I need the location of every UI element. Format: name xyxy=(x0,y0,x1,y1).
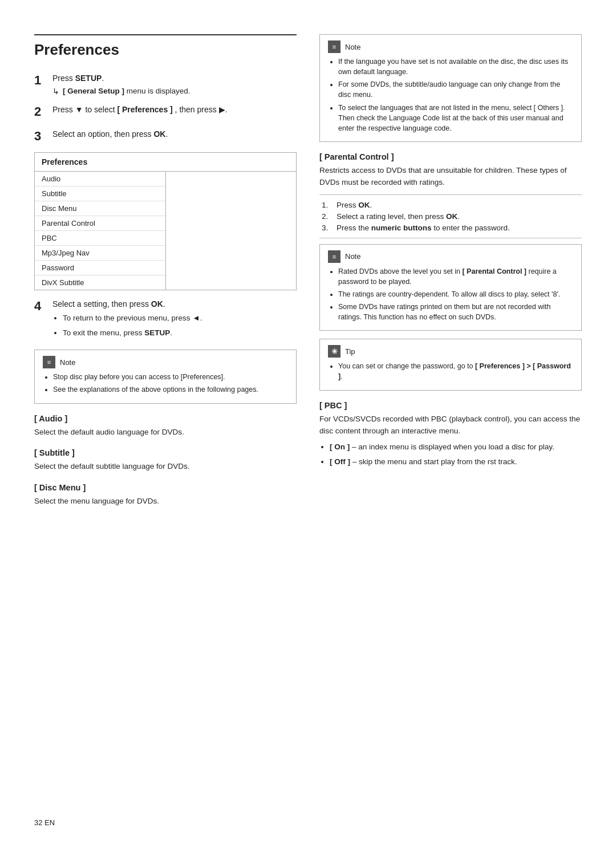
right-note-item-1-2: For some DVDs, the subtitle/audio langua… xyxy=(338,79,573,100)
note-item-1-2: See the explanations of the above option… xyxy=(53,384,288,395)
right-note-list-2: Rated DVDs above the level you set in [ … xyxy=(328,266,573,323)
subtitle-heading: [ Subtitle ] xyxy=(34,448,297,457)
pbc-bullets: [ On ] – an index menu is displayed when… xyxy=(319,441,582,467)
table-body: Audio Subtitle Disc Menu Parental Contro… xyxy=(35,172,296,290)
table-header: Preferences xyxy=(35,153,296,172)
right-note-item-2-1: Rated DVDs above the level you set in [ … xyxy=(338,266,573,287)
pbc-heading: [ PBC ] xyxy=(319,401,582,410)
parental-steps: 1. Press OK. 2. Select a rating level, t… xyxy=(319,201,582,232)
right-note-box-1: ≡ Note If the language you have set is n… xyxy=(319,34,582,142)
step-4: 4 Select a setting, then press OK. To re… xyxy=(34,298,297,342)
step-4-bullet-1: To return to the previous menu, press ◄. xyxy=(63,313,297,324)
right-note-label-1: Note xyxy=(345,43,360,51)
step-2: 2 Press ▼ to select [ Preferences ] , th… xyxy=(34,104,297,120)
audio-text: Select the default audio language for DV… xyxy=(34,427,297,439)
right-note-item-1-3: To select the languages that are not lis… xyxy=(338,103,573,133)
step-4-bullet-2: To exit the menu, press SETUP. xyxy=(63,327,297,339)
parental-divider-2 xyxy=(319,238,582,238)
step-1-content: Press SETUP. ↳ [ General Setup ] menu is… xyxy=(52,72,297,96)
parental-divider xyxy=(319,194,582,195)
parental-step-1-text: Press OK. xyxy=(337,201,372,209)
table-row-subtitle: Subtitle xyxy=(35,186,165,201)
disc-menu-heading: [ Disc Menu ] xyxy=(34,483,297,492)
pbc-text: For VCDs/SVCDs recorded with PBC (playba… xyxy=(319,413,582,437)
subtitle-text: Select the default subtitle language for… xyxy=(34,461,297,473)
step-1: 1 Press SETUP. ↳ [ General Setup ] menu … xyxy=(34,72,297,96)
note-list-1: Stop disc play before you can access to … xyxy=(43,372,288,395)
parental-step-1-num: 1. xyxy=(322,201,332,209)
step-3-content: Select an option, then press OK. xyxy=(52,128,297,143)
parental-step-3: 3. Press the numeric buttons to enter th… xyxy=(319,224,582,232)
left-column: Preferences 1 Press SETUP. ↳ [ General S… xyxy=(34,34,297,512)
step-3: 3 Select an option, then press OK. xyxy=(34,128,297,145)
audio-heading: [ Audio ] xyxy=(34,414,297,423)
table-row-password: Password xyxy=(35,261,165,275)
step-4-bullets: To return to the previous menu, press ◄.… xyxy=(52,313,297,338)
note-label-1: Note xyxy=(60,358,75,367)
pbc-bullet-2: [ Off ] – skip the menu and start play f… xyxy=(330,456,582,468)
page-title: Preferences xyxy=(34,34,297,59)
table-row-disc-menu: Disc Menu xyxy=(35,201,165,216)
right-note-box-2: ≡ Note Rated DVDs above the level you se… xyxy=(319,244,582,331)
right-note-list-1: If the language you have set is not avai… xyxy=(328,56,573,133)
step-4-number: 4 xyxy=(34,298,47,315)
parental-step-1: 1. Press OK. xyxy=(319,201,582,209)
step-3-number: 3 xyxy=(34,128,47,145)
parental-text: Restricts access to DVDs that are unsuit… xyxy=(319,165,582,189)
step-1-arrow: ↳ xyxy=(52,87,59,96)
parental-step-2: 2. Select a rating level, then press OK. xyxy=(319,212,582,221)
parental-step-2-text: Select a rating level, then press OK. xyxy=(337,212,460,221)
right-note-label-2: Note xyxy=(345,252,360,261)
table-row-parental: Parental Control xyxy=(35,216,165,231)
table-row-divx: DivX Subtitle xyxy=(35,275,165,290)
preferences-table: Preferences Audio Subtitle Disc Menu Par… xyxy=(34,152,297,290)
right-note-item-2-3: Some DVDs have ratings printed on them b… xyxy=(338,302,573,322)
note-title-1: ≡ Note xyxy=(43,356,288,368)
note-icon-1: ≡ xyxy=(43,356,55,368)
step-2-number: 2 xyxy=(34,104,47,120)
right-column: ≡ Note If the language you have set is n… xyxy=(319,34,582,512)
right-note-item-1-1: If the language you have set is not avai… xyxy=(338,56,573,77)
right-note-title-2: ≡ Note xyxy=(328,250,573,263)
disc-menu-text: Select the menu language for DVDs. xyxy=(34,496,297,508)
tip-list: You can set or change the password, go t… xyxy=(328,361,573,382)
tip-title: ✳ Tip xyxy=(328,345,573,358)
tip-label: Tip xyxy=(345,347,355,356)
table-right-col xyxy=(166,172,297,290)
parental-step-3-num: 3. xyxy=(322,224,332,232)
right-note-item-2-2: The ratings are country-dependent. To al… xyxy=(338,289,573,299)
right-note-icon-2: ≡ xyxy=(328,250,341,263)
step-1-bold: SETUP xyxy=(75,74,102,83)
step-4-content: Select a setting, then press OK. To retu… xyxy=(52,298,297,342)
pbc-bullet-1: [ On ] – an index menu is displayed when… xyxy=(330,441,582,453)
parental-heading: [ Parental Control ] xyxy=(319,152,582,161)
step-1-sub: [ General Setup ] menu is displayed. xyxy=(63,87,191,95)
tip-icon: ✳ xyxy=(328,345,341,358)
table-left-col: Audio Subtitle Disc Menu Parental Contro… xyxy=(35,172,166,290)
note-item-1-1: Stop disc play before you can access to … xyxy=(53,372,288,382)
right-note-title-1: ≡ Note xyxy=(328,40,573,53)
tip-item-1: You can set or change the password, go t… xyxy=(338,361,573,382)
parental-step-3-text: Press the numeric buttons to enter the p… xyxy=(337,224,510,232)
table-row-pbc: PBC xyxy=(35,231,165,246)
parental-step-2-num: 2. xyxy=(322,212,332,221)
note-box-1: ≡ Note Stop disc play before you can acc… xyxy=(34,350,297,403)
step-2-content: Press ▼ to select [ Preferences ] , then… xyxy=(52,104,297,118)
step-1-number: 1 xyxy=(34,72,47,89)
tip-box: ✳ Tip You can set or change the password… xyxy=(319,339,582,390)
table-row-mp3: Mp3/Jpeg Nav xyxy=(35,246,165,261)
right-note-icon-1: ≡ xyxy=(328,40,341,53)
page-footer: 32 EN xyxy=(34,818,55,827)
table-row-audio: Audio xyxy=(35,172,165,186)
